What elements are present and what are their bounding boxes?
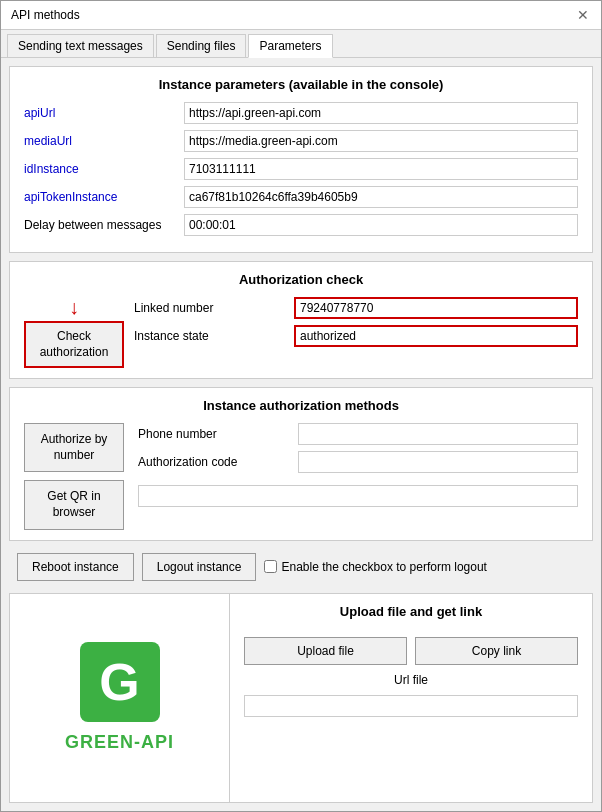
logo-icon: G bbox=[80, 642, 160, 722]
tab-parameters[interactable]: Parameters bbox=[248, 34, 332, 58]
phone-input[interactable] bbox=[298, 423, 578, 445]
auth-check-inner: ↓ Checkauthorization Linked number Insta… bbox=[24, 297, 578, 368]
field-row-phone: Phone number bbox=[138, 423, 578, 445]
url-file-input[interactable] bbox=[244, 695, 578, 717]
logo-g-letter: G bbox=[99, 656, 139, 708]
arrow-down-icon: ↓ bbox=[69, 297, 79, 317]
bottom-buttons-row: Reboot instance Logout instance Enable t… bbox=[9, 549, 593, 585]
qr-input[interactable] bbox=[138, 485, 578, 507]
instance-params-section: Instance parameters (available in the co… bbox=[9, 66, 593, 253]
auth-check-title: Authorization check bbox=[24, 272, 578, 287]
idinstance-input[interactable] bbox=[184, 158, 578, 180]
instance-state-input[interactable] bbox=[294, 325, 578, 347]
idinstance-label: idInstance bbox=[24, 162, 184, 176]
authorize-by-number-button[interactable]: Authorize bynumber bbox=[24, 423, 124, 472]
auth-method-buttons: Authorize bynumber Get QR inbrowser bbox=[24, 423, 124, 529]
field-row-linked-number: Linked number bbox=[134, 297, 578, 319]
title-bar: API methods ✕ bbox=[1, 1, 601, 30]
apiurl-label: apiUrl bbox=[24, 106, 184, 120]
close-button[interactable]: ✕ bbox=[575, 7, 591, 23]
logout-checkbox-label[interactable]: Enable the checkbox to perform logout bbox=[264, 560, 486, 574]
auth-code-input[interactable] bbox=[298, 451, 578, 473]
tab-sending-files[interactable]: Sending files bbox=[156, 34, 247, 57]
window-title: API methods bbox=[11, 8, 80, 22]
field-row-apiurl: apiUrl bbox=[24, 102, 578, 124]
green-api-logo: G GREEN-API bbox=[10, 594, 230, 802]
check-authorization-button[interactable]: Checkauthorization bbox=[24, 321, 124, 368]
url-label: Url file bbox=[244, 673, 578, 687]
mediaurl-label: mediaUrl bbox=[24, 134, 184, 148]
field-row-delay: Delay between messages bbox=[24, 214, 578, 236]
upload-title: Upload file and get link bbox=[244, 604, 578, 619]
auth-methods-section: Instance authorization methods Authorize… bbox=[9, 387, 593, 540]
upload-file-button[interactable]: Upload file bbox=[244, 637, 407, 665]
field-row-idinstance: idInstance bbox=[24, 158, 578, 180]
upload-buttons: Upload file Copy link bbox=[244, 637, 578, 665]
delay-label: Delay between messages bbox=[24, 218, 184, 232]
logout-instance-button[interactable]: Logout instance bbox=[142, 553, 257, 581]
apiurl-input[interactable] bbox=[184, 102, 578, 124]
apitoken-input[interactable] bbox=[184, 186, 578, 208]
field-row-instance-state: Instance state bbox=[134, 325, 578, 347]
instance-params-title: Instance parameters (available in the co… bbox=[24, 77, 578, 92]
auth-methods-title: Instance authorization methods bbox=[24, 398, 578, 413]
auth-code-label: Authorization code bbox=[138, 455, 298, 469]
logout-checkbox[interactable] bbox=[264, 560, 277, 573]
auth-methods-inner: Authorize bynumber Get QR inbrowser Phon… bbox=[24, 423, 578, 529]
get-qr-browser-button[interactable]: Get QR inbrowser bbox=[24, 480, 124, 529]
auth-method-fields: Phone number Authorization code bbox=[138, 423, 578, 513]
auth-check-fields: Linked number Instance state bbox=[134, 297, 578, 353]
phone-label: Phone number bbox=[138, 427, 298, 441]
linked-number-label: Linked number bbox=[134, 301, 294, 315]
instance-state-label: Instance state bbox=[134, 329, 294, 343]
mediaurl-input[interactable] bbox=[184, 130, 578, 152]
green-api-upload-section: G GREEN-API Upload file and get link Upl… bbox=[9, 593, 593, 803]
field-row-auth-code: Authorization code bbox=[138, 451, 578, 473]
field-row-apitoken: apiTokenInstance bbox=[24, 186, 578, 208]
linked-number-input[interactable] bbox=[294, 297, 578, 319]
auth-check-section: Authorization check ↓ Checkauthorization… bbox=[9, 261, 593, 379]
main-window: API methods ✕ Sending text messages Send… bbox=[0, 0, 602, 812]
check-auth-container: ↓ Checkauthorization bbox=[24, 297, 124, 368]
field-row-mediaurl: mediaUrl bbox=[24, 130, 578, 152]
reboot-instance-button[interactable]: Reboot instance bbox=[17, 553, 134, 581]
field-row-qr bbox=[138, 479, 578, 507]
logout-checkbox-text: Enable the checkbox to perform logout bbox=[281, 560, 486, 574]
logo-brand-name: GREEN-API bbox=[65, 732, 174, 753]
tab-bar: Sending text messages Sending files Para… bbox=[1, 30, 601, 58]
copy-link-button[interactable]: Copy link bbox=[415, 637, 578, 665]
tab-sending-text[interactable]: Sending text messages bbox=[7, 34, 154, 57]
main-content: Instance parameters (available in the co… bbox=[1, 58, 601, 811]
delay-input[interactable] bbox=[184, 214, 578, 236]
upload-section: Upload file and get link Upload file Cop… bbox=[230, 594, 592, 802]
apitoken-label: apiTokenInstance bbox=[24, 190, 184, 204]
